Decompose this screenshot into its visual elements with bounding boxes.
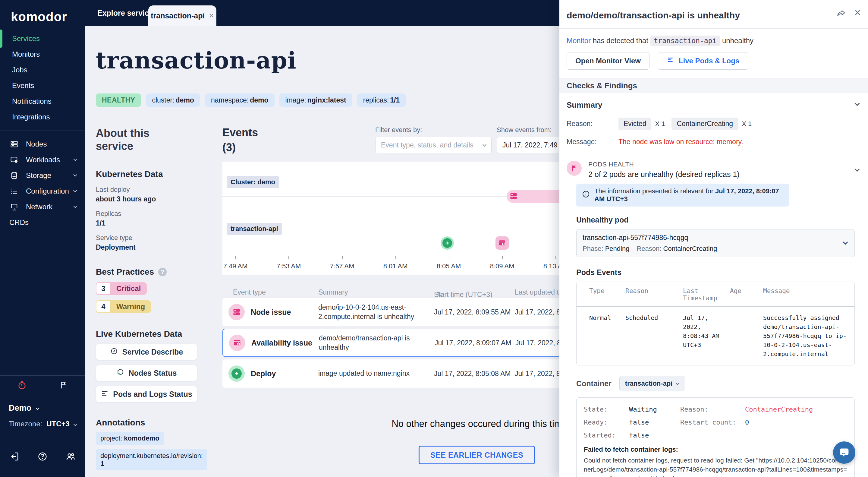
summary-section: Summary Reason: Evicted X 1 ContainerCre… [559,93,868,155]
event-filter-select[interactable]: Event type, status, and details [375,137,492,153]
node-issue-icon [228,304,245,320]
timezone-selector[interactable]: Timezone: UTC+3 [9,420,76,428]
sidebar-item-notifications[interactable]: Notifications [0,93,85,109]
sidebar-item-jobs[interactable]: Jobs [0,62,85,78]
availability-issue-icon [229,335,245,351]
critical-count-badge[interactable]: 3Critical [96,282,147,295]
replicas-badge: replicas:1/1 [357,93,406,107]
sidebar-resources-nav: Nodes Workloads Storage Configuration Ne… [0,136,85,215]
top-nav: Explore services transaction-api × [85,0,559,26]
drawer-actions: Open Monitor View Live Pods & Logs [559,45,868,78]
divider [0,438,85,438]
table-row-availability-issue[interactable]: Availability issue demo/demo/transaction… [222,329,567,357]
chevron-down-icon [36,406,39,410]
availability-issue-marker[interactable] [495,236,509,250]
about-heading: About this service [96,127,168,153]
reason-chip: ContainerCreating [672,118,738,130]
collapse-icon[interactable] [855,167,860,172]
annotations-heading: Annotations [96,418,195,427]
monitor-link[interactable]: Monitor [567,36,591,44]
lane-label-cluster: Cluster: demo [227,176,279,188]
deploy-icon [228,365,245,382]
chat-widget-button[interactable] [833,441,855,464]
message-row: Message: The node was low on resource: m… [567,138,861,146]
sidebar-item-network[interactable]: Network [0,199,85,215]
open-monitor-view-button[interactable]: Open Monitor View [567,52,650,70]
tab-close-icon[interactable]: × [209,11,214,20]
info-icon [582,190,590,200]
hexagon-status-icon [116,368,124,378]
workloads-icon [10,156,19,164]
table-row-deploy[interactable]: Deploy image updated to name:nginx Jul 1… [222,359,567,388]
events-filter-group: Filter events by: Event type, status, an… [375,126,492,153]
pods-event-row: Normal Scheduled Jul 17, 2022, 8:08:43 A… [577,307,855,365]
cluster-badge: cluster:demo [146,93,200,107]
komodor-logo[interactable]: komodor [11,10,67,24]
pods-health-finding[interactable]: PODS HEALTH 2 of 2 pods are unhealthy (d… [559,155,868,179]
node-issue-band[interactable] [507,190,567,203]
sidebar-primary-nav: Services Monitors Jobs Events Notificati… [0,31,85,125]
sidebar-item-configuration[interactable]: Configuration [0,183,85,199]
deploy-arrow-icon [442,238,452,248]
container-select[interactable]: transaction-api [619,376,685,391]
sidebar-item-monitors[interactable]: Monitors [0,47,85,62]
chevron-down-icon[interactable] [73,188,77,192]
annotation-chip: project: komodemo [96,432,164,445]
sidebar-item-integrations[interactable]: Integrations [0,109,85,125]
events-timeline-chart: Cluster: demo transaction-api 7:49 AM 7:… [222,161,567,275]
sidebar-item-workloads[interactable]: Workloads [0,152,85,168]
events-table: Event type Summary Start time (UTC+3)⇅ L… [222,286,567,390]
sidebar-item-storage[interactable]: Storage [0,168,85,183]
describe-icon [110,347,118,357]
time-axis [222,259,567,259]
field-service-type: Service typeDeployment [96,234,195,251]
chevron-down-icon[interactable] [73,173,77,177]
workspace-selector[interactable]: Demo [9,404,39,413]
stopwatch-alert-icon[interactable] [17,380,27,390]
pod-select[interactable]: transaction-api-557f774986-hcqgq Phase: … [576,229,855,257]
drawer-header: demo/demo/transaction-api is unhealthy × [559,0,868,28]
divider [96,117,559,117]
help-badge-icon[interactable]: ? [158,268,167,276]
deploy-marker[interactable] [441,236,454,250]
app: Explore services transaction-api × komod… [0,0,868,477]
flag-icon [567,161,582,176]
table-row-node-issue[interactable]: Node issue demo/ip-10-0-2-104.us-east-2.… [222,298,567,326]
field-last-deploy: Last deployabout 3 hours ago [96,186,195,203]
pods-logs-status-button[interactable]: Pods and Logs Status [96,386,197,402]
flag-icon[interactable] [59,381,68,390]
close-icon[interactable]: × [855,7,861,19]
sidebar-item-events[interactable]: Events [0,78,85,93]
annotation-chip: deployment.kubernetes.io/revision: 1 [96,449,207,470]
field-replicas: Replicas1/1 [96,210,195,227]
logout-icon[interactable] [9,451,20,462]
availability-issue-icon [498,239,506,247]
divider [0,395,85,395]
warning-count-badge[interactable]: 4Warning [96,300,151,313]
sidebar-item-nodes[interactable]: Nodes [0,136,85,152]
active-indicator [0,30,2,48]
issue-drawer: demo/demo/transaction-api is unhealthy ×… [559,0,868,477]
sidebar-item-crds[interactable]: CRDs [9,215,29,230]
checks-findings-header: Checks & Findings [559,78,868,93]
unhealthy-pod-label: Unhealthy pod [576,216,868,224]
service-describe-button[interactable]: Service Describe [96,344,197,360]
storage-icon [10,171,19,180]
live-pods-logs-button[interactable]: Live Pods & Logs [658,52,748,70]
nodes-status-button[interactable]: Nodes Status [96,365,197,381]
chevron-down-icon[interactable] [73,204,77,208]
finding-kicker: PODS HEALTH [588,161,740,168]
sidebar-item-services[interactable]: Services [0,31,85,47]
error-message: The node was low on resource: memory. [618,138,743,146]
chevron-down-icon [483,143,487,147]
tab-transaction-api[interactable]: transaction-api × [148,5,216,26]
chevron-down-icon[interactable] [73,157,77,161]
see-earlier-changes-button[interactable]: SEE EARLIER CHANGES [418,446,535,464]
users-icon[interactable] [65,451,76,462]
share-icon[interactable] [836,8,846,19]
help-icon[interactable] [37,451,48,462]
pod-name: transaction-api-557f774986-hcqgq [583,234,836,242]
chat-bubble-icon [837,446,851,459]
container-reason-value: ContainerCreating [745,406,847,413]
service-chip-link[interactable]: transaction-api [650,36,720,46]
